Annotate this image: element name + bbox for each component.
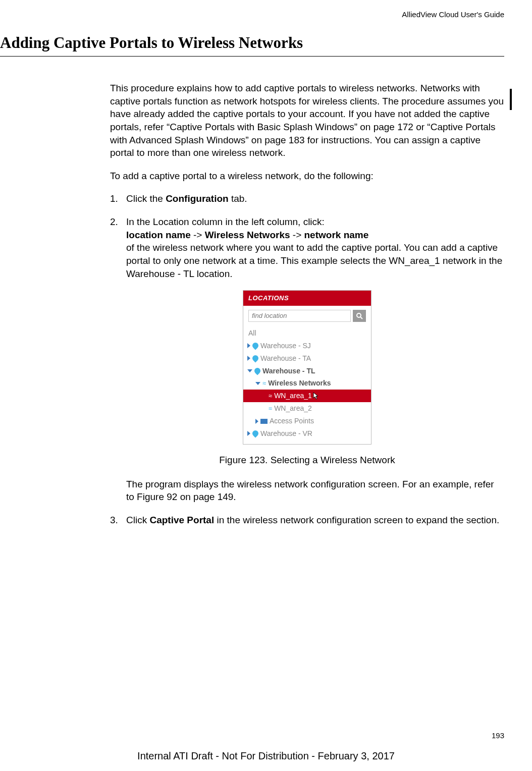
search-button[interactable]	[353, 310, 366, 322]
location-pin-icon	[251, 342, 260, 350]
step-3: 3. Click Captive Portal in the wireless …	[110, 514, 504, 527]
locations-panel-title: LOCATIONS	[243, 291, 371, 306]
change-bar	[510, 89, 512, 110]
step-3-text: Click Captive Portal in the wireless net…	[126, 514, 504, 527]
tree-label-ap: Access Points	[270, 416, 314, 426]
tree-label-wn: Wireless Networks	[268, 378, 331, 388]
step-2-b1: location name	[126, 230, 191, 240]
caret-right-icon	[247, 356, 250, 361]
tree-item-warehouse-vr[interactable]: Warehouse - VR	[243, 427, 371, 440]
search-input[interactable]	[248, 310, 351, 322]
tree-label-area2: WN_area_2	[274, 404, 312, 413]
caret-down-icon	[255, 382, 260, 385]
locations-search-row	[243, 306, 371, 326]
search-icon	[356, 312, 363, 319]
location-pin-icon	[251, 354, 260, 363]
tree-item-access-points[interactable]: Access Points	[243, 415, 371, 427]
step-3-post: in the wireless network configuration sc…	[214, 515, 499, 525]
tree-item-wn-area-2[interactable]: ≈WN_area_2	[243, 402, 371, 415]
wifi-icon: ≈	[269, 404, 272, 413]
step-2: 2. In the Location column in the left co…	[110, 215, 504, 280]
step-1-pre: Click the	[126, 193, 166, 204]
tree-label-area1: WN_area_1	[274, 391, 312, 401]
tree-item-warehouse-tl[interactable]: Warehouse - TL	[243, 365, 371, 377]
caret-right-icon	[247, 343, 250, 348]
section-heading: Adding Captive Portals to Wireless Netwo…	[0, 34, 504, 57]
location-pin-icon	[253, 366, 262, 375]
tree-item-warehouse-sj[interactable]: Warehouse - SJ	[243, 340, 371, 352]
tree-label-ta: Warehouse - TA	[260, 354, 311, 363]
access-point-icon	[260, 419, 268, 424]
locations-tree: All Warehouse - SJ Warehouse - TA Wareho…	[243, 326, 371, 444]
tree-label-tl: Warehouse - TL	[262, 366, 315, 376]
caret-down-icon	[247, 369, 252, 372]
figure-after-text-row: The program displays the wireless networ…	[110, 478, 504, 504]
figure-123: LOCATIONS All Warehouse - SJ Warehouse -…	[110, 290, 504, 445]
step-1-bold: Configuration	[166, 193, 229, 204]
step-2-b2: Wireless Networks	[205, 230, 290, 240]
step-3-number: 3.	[110, 514, 126, 527]
step-3-bold: Captive Portal	[149, 515, 214, 525]
step-2-number: 2.	[110, 215, 126, 280]
location-pin-icon	[251, 429, 260, 438]
tree-item-wn-area-1[interactable]: ≈WN_area_1	[243, 390, 371, 402]
intro-paragraph-2: To add a captive portal to a wireless ne…	[110, 170, 504, 183]
page-number: 193	[492, 731, 504, 740]
tree-item-warehouse-ta[interactable]: Warehouse - TA	[243, 352, 371, 365]
caret-right-icon	[247, 431, 250, 436]
cursor-icon	[313, 392, 320, 400]
step-2-a1: ->	[191, 230, 205, 240]
wifi-icon: ≈	[269, 392, 272, 401]
step-2-rest: of the wireless network where you want t…	[126, 242, 502, 279]
footer-draft-notice: Internal ATI Draft - Not For Distributio…	[0, 750, 532, 762]
step-2-line1: In the Location column in the left colum…	[126, 216, 325, 227]
tree-label-sj: Warehouse - SJ	[260, 341, 311, 351]
svg-line-1	[360, 317, 362, 319]
running-header: AlliedView Cloud User's Guide	[0, 10, 504, 19]
caret-right-icon	[255, 419, 258, 424]
svg-point-0	[357, 313, 361, 317]
step-1: 1. Click the Configuration tab.	[110, 192, 504, 205]
step-2-text: In the Location column in the left colum…	[126, 215, 504, 280]
locations-panel: LOCATIONS All Warehouse - SJ Warehouse -…	[243, 290, 371, 445]
tree-label-vr: Warehouse - VR	[260, 429, 312, 438]
step-2-b3: network name	[304, 230, 369, 240]
step-1-post: tab.	[229, 193, 247, 204]
step-3-pre: Click	[126, 515, 149, 525]
wifi-icon: ≈	[262, 379, 266, 388]
figure-caption: Figure 123. Selecting a Wireless Network	[110, 454, 504, 467]
step-2-a2: ->	[290, 230, 304, 240]
intro-paragraph-1: This procedure explains how to add capti…	[110, 82, 504, 159]
figure-after-text: The program displays the wireless networ…	[126, 478, 504, 504]
step-1-number: 1.	[110, 192, 126, 205]
step-1-text: Click the Configuration tab.	[126, 192, 504, 205]
tree-all[interactable]: All	[243, 327, 371, 340]
tree-item-wireless-networks[interactable]: ≈Wireless Networks	[243, 377, 371, 390]
tree-all-label: All	[248, 328, 256, 338]
